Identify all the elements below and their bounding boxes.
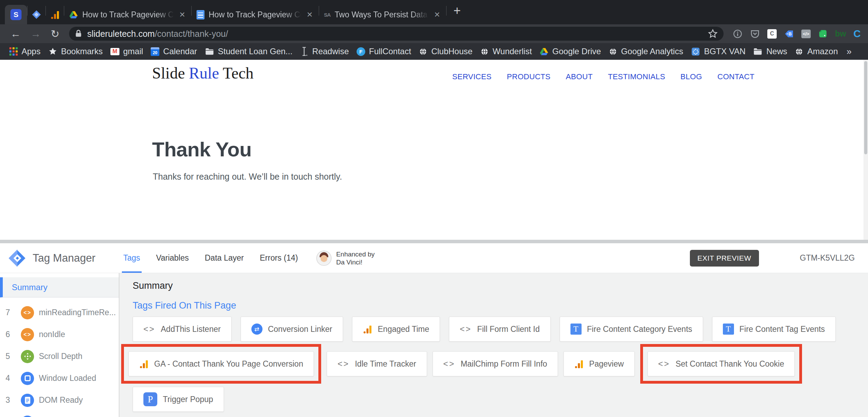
browser-tab[interactable]: How to Track Pageview Conver×: [64, 5, 191, 24]
extension-evernote-icon[interactable]: [818, 29, 828, 39]
tag-card[interactable]: ⇄Conversion Linker: [241, 317, 343, 342]
site-nav-link[interactable]: BLOG: [681, 72, 702, 81]
popup-p-icon: P: [143, 392, 157, 406]
sidebar-event-item[interactable]: 4Window Loaded: [0, 367, 119, 389]
sidebar-item-summary[interactable]: Summary: [0, 277, 119, 297]
gtm-panel-divider[interactable]: [0, 240, 868, 243]
pinned-tab-active[interactable]: S: [5, 5, 27, 24]
url-path: /contact/thank-you/: [155, 29, 228, 39]
site-logo[interactable]: Slide Rule Tech: [152, 64, 253, 82]
bookmark-item[interactable]: Amazon: [791, 47, 842, 56]
sidebar-event-item-partial: [0, 411, 119, 417]
tab-close-icon[interactable]: ×: [178, 10, 186, 19]
gtm-body: Summary 7<>minReadingTimeRe...6<>nonIdle…: [0, 273, 868, 417]
extension-tag-b-icon[interactable]: B: [784, 29, 794, 39]
sidebar-event-item[interactable]: 7<>minReadingTimeRe...: [0, 302, 119, 324]
tag-card-label: Fire Content Tag Events: [740, 325, 825, 334]
bookmark-star-icon[interactable]: [708, 28, 718, 39]
event-number: 7: [6, 308, 18, 317]
extension-info-icon[interactable]: [733, 29, 743, 39]
web-page: Slide Rule Tech SERVICESPRODUCTSABOUTTES…: [0, 60, 868, 240]
extension-pocket-icon[interactable]: [750, 29, 760, 39]
bookmark-item[interactable]: Google Analytics: [605, 47, 687, 56]
tab-close-icon[interactable]: ×: [306, 10, 314, 19]
bookmark-label: News: [766, 47, 787, 56]
tag-card[interactable]: <>Idle Time Tracker: [327, 351, 427, 376]
tag-card[interactable]: Engaged Time: [352, 317, 440, 342]
globe-icon: [480, 47, 489, 56]
bookmark-item[interactable]: 20Calendar: [147, 47, 201, 56]
tag-card-rows: <>AddThis Listener⇄Conversion LinkerEnga…: [133, 317, 868, 412]
tag-card[interactable]: <>Set Contact Thank You Cookie: [648, 351, 795, 376]
reload-icon[interactable]: ↻: [46, 28, 64, 40]
tag-card[interactable]: <>Fill Form Client Id: [449, 317, 550, 342]
exit-preview-button[interactable]: EXIT PREVIEW: [690, 250, 759, 267]
gtm-tab-data-layer[interactable]: Data Layer: [205, 243, 244, 273]
code-icon: <>: [658, 359, 670, 369]
browser-tab[interactable]: How to Track Pageview Conver×: [192, 5, 319, 24]
browser-tab[interactable]: SATwo Ways To Persist Data Via C×: [319, 5, 446, 24]
sidebar-event-item[interactable]: 6<>nonIdle: [0, 324, 119, 345]
other-bookmarks-button[interactable]: Othe: [863, 47, 868, 56]
site-nav-link[interactable]: ABOUT: [566, 72, 593, 81]
extension-c-logo-icon[interactable]: C: [853, 28, 861, 40]
bookmark-item[interactable]: ClubHouse: [415, 47, 476, 56]
bookmark-item[interactable]: News: [749, 47, 791, 56]
bookmark-label: Readwise: [312, 47, 349, 56]
bookmark-label: FullContact: [369, 47, 411, 56]
event-label: Window Loaded: [39, 374, 96, 383]
bookmark-item[interactable]: Student Loan Gen...: [201, 47, 297, 56]
bookmark-item[interactable]: Mgmail: [107, 47, 147, 56]
tag-card[interactable]: Pageview: [564, 351, 635, 376]
back-icon[interactable]: ←: [6, 28, 26, 40]
extension-code-icon[interactable]: </>: [801, 30, 811, 38]
bookmark-item[interactable]: Bookmarks: [44, 47, 107, 56]
tab-title: How to Track Pageview Conver: [82, 10, 174, 19]
pinned-tab[interactable]: [27, 5, 45, 24]
enhanced-line2: Da Vinci!: [336, 259, 362, 266]
site-nav-link[interactable]: PRODUCTS: [507, 72, 551, 81]
tag-card[interactable]: <>AddThis Listener: [133, 317, 232, 342]
bookmark-item[interactable]: BGTX VAN: [687, 47, 750, 56]
bookmark-item[interactable]: Wunderlist: [476, 47, 536, 56]
code-icon: <>: [143, 324, 155, 334]
tab-close-icon[interactable]: ×: [433, 10, 441, 19]
tab-title: Two Ways To Persist Data Via C: [335, 10, 429, 19]
bookmark-label: Google Analytics: [621, 47, 683, 56]
site-nav-link[interactable]: SERVICES: [452, 72, 491, 81]
tag-card[interactable]: TFire Content Tag Events: [712, 317, 836, 342]
calendar-icon: 20: [151, 47, 159, 56]
address-bar[interactable]: slideruletech.com /contact/thank-you/: [69, 27, 724, 41]
event-number: 5: [6, 352, 18, 361]
ga-icon: [139, 359, 149, 369]
site-nav-link[interactable]: CONTACT: [717, 72, 754, 81]
bookmark-item[interactable]: Google Drive: [536, 47, 605, 56]
tag-card-label: Trigger Popup: [163, 395, 213, 404]
tag-card-label: Engaged Time: [378, 325, 429, 334]
gtm-sidebar: Summary 7<>minReadingTimeRe...6<>nonIdle…: [0, 273, 119, 417]
gtm-tab-tags[interactable]: Tags: [123, 243, 140, 273]
bookmark-item[interactable]: FFullContact: [353, 47, 415, 56]
gtm-tab-errors-14-[interactable]: Errors (14): [260, 243, 298, 273]
extension-bw-icon[interactable]: bw: [835, 29, 846, 39]
bookmarks-overflow-icon[interactable]: »: [842, 46, 856, 57]
new-tab-button[interactable]: +: [446, 3, 468, 21]
gtm-tabs: TagsVariablesData LayerErrors (14): [123, 243, 298, 273]
page-scrollbar[interactable]: [863, 60, 868, 240]
sidebar-event-item[interactable]: 5Scroll Depth: [0, 345, 119, 367]
bookmark-item[interactable]: Readwise: [296, 47, 352, 56]
bookmark-item[interactable]: Apps: [6, 47, 44, 56]
tag-card[interactable]: PTrigger Popup: [133, 387, 224, 412]
drive-icon: [69, 10, 78, 19]
site-nav-link[interactable]: TESTIMONIALS: [608, 72, 665, 81]
tag-card[interactable]: TFire Content Category Events: [560, 317, 703, 342]
sidebar-event-item[interactable]: 3DOM Ready: [0, 389, 119, 411]
extension-calendar-c-icon[interactable]: C: [767, 29, 777, 39]
pinned-tab[interactable]: [46, 5, 64, 24]
forward-icon[interactable]: →: [26, 28, 46, 40]
tag-card[interactable]: GA - Contact Thank You Page Conversion: [128, 351, 314, 376]
event-label: DOM Ready: [39, 395, 83, 405]
tag-card[interactable]: <>MailChimp Form Fill Info: [433, 351, 558, 376]
gtm-tab-variables[interactable]: Variables: [156, 243, 189, 273]
event-label: minReadingTimeRe...: [39, 308, 116, 317]
